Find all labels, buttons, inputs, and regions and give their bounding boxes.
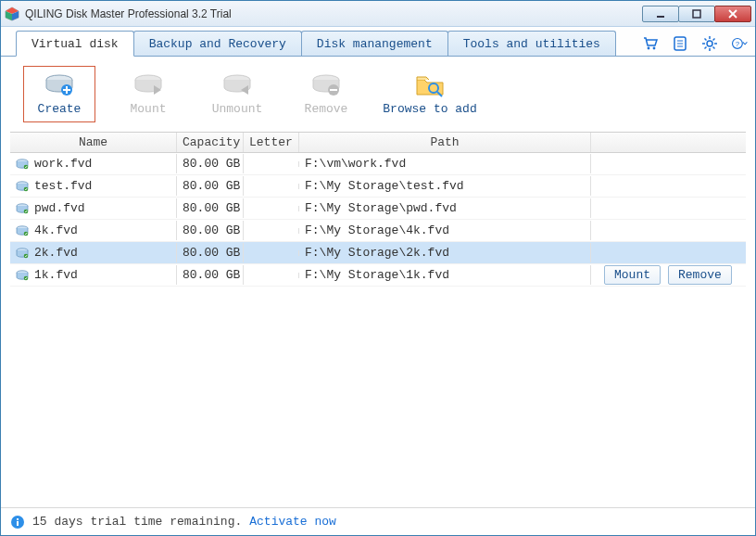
- remove-label: Remove: [305, 102, 348, 116]
- title-bar: QILING Disk Master Professional 3.2 Tria…: [1, 1, 755, 27]
- row-capacity: 80.00 GB: [177, 221, 244, 240]
- tab-tools-and-utilities[interactable]: Tools and utilities: [447, 31, 616, 56]
- row-capacity: 80.00 GB: [177, 243, 244, 262]
- row-path: F:\My Storage\2k.fvd: [299, 243, 591, 262]
- disk-icon: [16, 180, 29, 193]
- top-right-icons: ?: [642, 35, 748, 56]
- row-letter: [244, 228, 299, 234]
- row-capacity: 80.00 GB: [177, 176, 244, 196]
- row-name: pwd.fvd: [34, 201, 85, 215]
- gear-icon[interactable]: [701, 35, 718, 52]
- row-name: test.fvd: [34, 179, 92, 193]
- tab-disk-manangement[interactable]: Disk manangement: [301, 31, 448, 56]
- row-letter: [244, 184, 299, 189]
- svg-line-22: [705, 47, 707, 49]
- disk-icon: [16, 247, 29, 260]
- app-icon: [5, 6, 19, 21]
- svg-point-8: [648, 47, 650, 50]
- table-row[interactable]: pwd.fvd80.00 GBF:\My Storage\pwd.fvd: [10, 198, 746, 220]
- disk-create-icon: [43, 72, 76, 98]
- row-capacity: 80.00 GB: [177, 265, 244, 285]
- app-window: QILING Disk Master Professional 3.2 Tria…: [0, 0, 756, 536]
- disk-icon: [16, 224, 29, 237]
- row-path: F:\My Storage\test.fvd: [299, 176, 591, 196]
- svg-point-14: [707, 41, 712, 46]
- row-capacity: 80.00 GB: [177, 198, 244, 218]
- tabs-bar: Virtual diskBackup and RecoveryDisk mana…: [1, 27, 755, 57]
- maximize-button[interactable]: [678, 6, 715, 22]
- tab-backup-and-recovery[interactable]: Backup and Recovery: [133, 31, 302, 56]
- unmount-button: Unmount: [201, 66, 273, 122]
- table-header: Name Capacity Letter Path: [10, 133, 746, 153]
- window-buttons: [643, 6, 751, 22]
- disk-icon: [16, 269, 29, 282]
- log-icon[interactable]: [672, 35, 688, 52]
- table-row[interactable]: test.fvd80.00 GBF:\My Storage\test.fvd: [10, 175, 746, 198]
- row-path: F:\My Storage\1k.fvd: [299, 265, 591, 285]
- activate-link[interactable]: Activate now: [249, 515, 336, 529]
- info-icon: [10, 515, 25, 530]
- col-path[interactable]: Path: [299, 133, 591, 152]
- disk-mount-icon: [132, 72, 165, 98]
- minimize-button[interactable]: [642, 6, 679, 22]
- mount-label: Mount: [130, 102, 166, 116]
- svg-point-9: [653, 47, 656, 50]
- row-name: work.fvd: [34, 157, 92, 171]
- disk-icon: [16, 158, 29, 171]
- table-row[interactable]: 2k.fvd80.00 GBF:\My Storage\2k.fvd: [10, 242, 746, 264]
- row-mount-button[interactable]: Mount: [604, 265, 661, 285]
- col-capacity[interactable]: Capacity: [177, 133, 244, 152]
- svg-line-19: [705, 39, 707, 41]
- svg-text:?: ?: [736, 40, 739, 48]
- svg-rect-52: [17, 518, 19, 520]
- disk-unmount-icon: [220, 72, 254, 98]
- table-row[interactable]: 4k.fvd80.00 GBF:\My Storage\4k.fvd: [10, 220, 746, 242]
- close-button[interactable]: [714, 6, 751, 22]
- cart-icon[interactable]: [642, 35, 659, 52]
- toolbar: Create Mount Unmount Remove Browse to ad…: [1, 57, 755, 132]
- row-letter: [244, 250, 299, 256]
- svg-line-21: [713, 39, 715, 41]
- table-row[interactable]: work.fvd80.00 GBF:\vm\work.fvd: [10, 153, 746, 175]
- status-text: 15 days trial time remaining.: [32, 515, 242, 529]
- mount-button: Mount: [112, 66, 184, 122]
- tab-virtual-disk[interactable]: Virtual disk: [16, 31, 134, 57]
- create-button[interactable]: Create: [23, 66, 95, 122]
- row-letter: [244, 273, 299, 278]
- table-row[interactable]: 1k.fvd80.00 GBF:\My Storage\1k.fvdMountR…: [10, 264, 746, 287]
- svg-line-20: [713, 47, 715, 49]
- col-letter[interactable]: Letter: [244, 133, 299, 152]
- unmount-label: Unmount: [212, 102, 263, 116]
- disk-icon: [16, 202, 29, 215]
- row-letter: [244, 161, 299, 167]
- row-capacity: 80.00 GB: [177, 154, 244, 173]
- row-path: F:\My Storage\4k.fvd: [299, 221, 591, 240]
- folder-search-icon: [413, 72, 447, 98]
- col-actions: [591, 133, 746, 152]
- svg-rect-4: [657, 16, 664, 18]
- browse-label: Browse to add: [383, 102, 476, 116]
- disk-remove-icon: [309, 72, 343, 98]
- status-bar: 15 days trial time remaining. Activate n…: [1, 507, 755, 535]
- row-letter: [244, 206, 299, 211]
- svg-rect-51: [17, 521, 19, 526]
- row-name: 2k.fvd: [34, 246, 78, 260]
- create-label: Create: [38, 102, 82, 116]
- window-title: QILING Disk Master Professional 3.2 Tria…: [25, 7, 643, 20]
- row-name: 4k.fvd: [34, 223, 78, 237]
- col-name[interactable]: Name: [10, 133, 177, 152]
- help-icon[interactable]: ?: [731, 35, 748, 52]
- virtual-disk-table: Name Capacity Letter Path work.fvd80.00 …: [10, 132, 746, 502]
- browse-to-add-button[interactable]: Browse to add: [379, 66, 481, 122]
- row-path: F:\vm\work.fvd: [299, 154, 591, 173]
- row-path: F:\My Storage\pwd.fvd: [299, 198, 591, 218]
- remove-button: Remove: [290, 66, 362, 122]
- row-name: 1k.fvd: [34, 268, 78, 282]
- row-remove-button[interactable]: Remove: [668, 265, 732, 285]
- svg-rect-5: [693, 10, 700, 18]
